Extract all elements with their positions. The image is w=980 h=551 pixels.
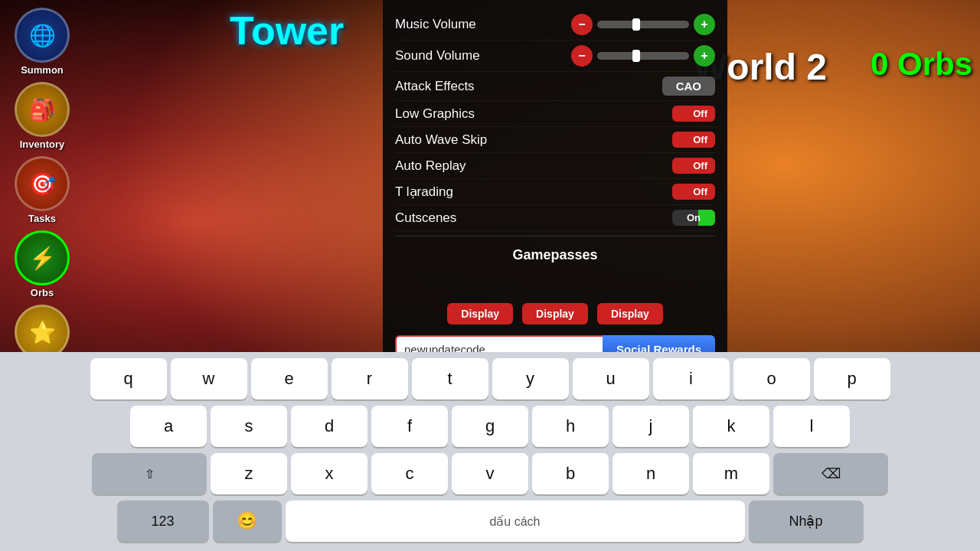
key-emoji[interactable]: 😊 — [213, 500, 282, 542]
keyboard-row-2: a s d f g h j k l — [5, 406, 975, 447]
key-r[interactable]: r — [332, 358, 408, 399]
auto-wave-skip-toggle[interactable]: Off — [672, 132, 715, 148]
keyboard-row-4: 123 😊 dấu cách Nhập — [5, 500, 975, 542]
key-g[interactable]: g — [452, 406, 528, 447]
tasks-label: Tasks — [28, 213, 56, 224]
sidebar-item-orbs[interactable]: ⚡ Orbs — [15, 230, 70, 298]
game-title: Tower — [230, 8, 344, 54]
display-buttons-row: Display Display Display — [395, 303, 715, 324]
key-x[interactable]: x — [291, 453, 368, 494]
key-d[interactable]: d — [291, 406, 368, 447]
attack-effects-label: Attack Effects — [395, 79, 475, 94]
low-graphics-toggle[interactable]: Off — [672, 106, 715, 122]
t-larading-toggle[interactable]: Off — [672, 184, 715, 200]
music-volume-plus[interactable]: + — [694, 14, 715, 35]
key-delete[interactable]: ⌫ — [773, 453, 888, 494]
auto-replay-label: Auto Replay — [395, 158, 466, 174]
inventory-icon: 🎒 — [15, 82, 70, 137]
key-shift[interactable]: ⇧ — [92, 453, 207, 494]
display-btn-3[interactable]: Display — [597, 303, 663, 324]
sound-volume-control: − + — [571, 45, 715, 67]
key-h[interactable]: h — [532, 406, 609, 447]
key-j[interactable]: j — [612, 406, 689, 447]
key-s[interactable]: s — [211, 406, 287, 447]
auto-wave-skip-row: Auto Wave Skip Off — [395, 127, 715, 153]
sound-volume-row: Sound Volume − + — [395, 41, 715, 72]
key-u[interactable]: u — [573, 358, 649, 399]
key-m[interactable]: m — [693, 453, 769, 494]
key-b[interactable]: b — [532, 453, 609, 494]
sound-volume-label: Sound Volume — [395, 48, 480, 64]
auto-wave-skip-label: Auto Wave Skip — [395, 132, 487, 148]
keyboard: q w e r t y u i o p a s d f g h j k l ⇧ … — [0, 352, 980, 551]
sound-volume-minus[interactable]: − — [571, 45, 593, 67]
attack-effects-row: Attack Effects CAO — [395, 72, 715, 101]
cutscenes-row: Cutscenes On — [395, 205, 715, 231]
attack-effects-toggle[interactable]: CAO — [662, 77, 715, 96]
sidebar-item-summon[interactable]: 🌐 Summon — [15, 8, 70, 76]
cutscenes-label: Cutscenes — [395, 210, 456, 226]
cutscenes-toggle[interactable]: On — [672, 210, 715, 226]
keyboard-row-1: q w e r t y u i o p — [5, 358, 975, 399]
key-n[interactable]: n — [612, 453, 689, 494]
music-volume-row: Music Volume − + — [395, 9, 715, 41]
low-graphics-row: Low Graphics Off — [395, 101, 715, 127]
key-i[interactable]: i — [653, 358, 730, 399]
music-volume-thumb — [632, 18, 640, 31]
orbs-icon: ⚡ — [15, 230, 70, 285]
settings-panel: Music Volume − + Sound Volume − + Attack… — [383, 0, 727, 376]
key-p[interactable]: p — [814, 358, 890, 399]
key-numbers[interactable]: 123 — [117, 500, 209, 542]
key-o[interactable]: o — [733, 358, 810, 399]
t-larading-row: T lạrading Off — [395, 179, 715, 205]
music-volume-control: − + — [571, 14, 715, 35]
divider — [395, 236, 715, 236]
sidebar-item-inventory[interactable]: 🎒 Inventory — [15, 82, 70, 150]
sidebar-item-tasks[interactable]: 🎯 Tasks — [15, 156, 70, 224]
music-volume-track[interactable] — [597, 21, 689, 28]
t-larading-label: T lạrading — [395, 184, 453, 200]
sound-volume-plus[interactable]: + — [694, 45, 715, 67]
keyboard-row-3: ⇧ z x c v b n m ⌫ — [5, 453, 975, 494]
key-l[interactable]: l — [773, 406, 850, 447]
orbs-label-sidebar: Orbs — [31, 287, 54, 298]
low-graphics-label: Low Graphics — [395, 106, 475, 122]
music-volume-minus[interactable]: − — [571, 14, 593, 35]
key-z[interactable]: z — [211, 453, 287, 494]
key-y[interactable]: y — [492, 358, 569, 399]
key-space[interactable]: dấu cách — [286, 500, 745, 542]
key-c[interactable]: c — [371, 453, 448, 494]
auto-replay-toggle[interactable]: Off — [672, 158, 715, 174]
key-f[interactable]: f — [371, 406, 448, 447]
tasks-icon: 🎯 — [15, 156, 70, 211]
key-a[interactable]: a — [130, 406, 207, 447]
display-btn-2[interactable]: Display — [522, 303, 588, 324]
key-w[interactable]: w — [171, 358, 247, 399]
music-volume-label: Music Volume — [395, 17, 476, 32]
gamepasses-label: Gamepasses — [395, 241, 715, 272]
key-k[interactable]: k — [693, 406, 769, 447]
key-q[interactable]: q — [90, 358, 167, 399]
summon-icon: 🌐 — [15, 8, 70, 63]
key-enter[interactable]: Nhập — [749, 500, 864, 542]
display-btn-1[interactable]: Display — [447, 303, 513, 324]
auto-replay-row: Auto Replay Off — [395, 153, 715, 179]
key-v[interactable]: v — [452, 453, 528, 494]
gamepass-items-area — [395, 272, 715, 303]
sound-volume-thumb — [632, 50, 640, 62]
summon-label: Summon — [21, 64, 64, 76]
orbs-label: 0 Orbs — [871, 46, 972, 83]
key-e[interactable]: e — [251, 358, 328, 399]
inventory-label: Inventory — [20, 139, 65, 150]
sound-volume-track[interactable] — [597, 52, 689, 60]
key-t[interactable]: t — [412, 358, 488, 399]
